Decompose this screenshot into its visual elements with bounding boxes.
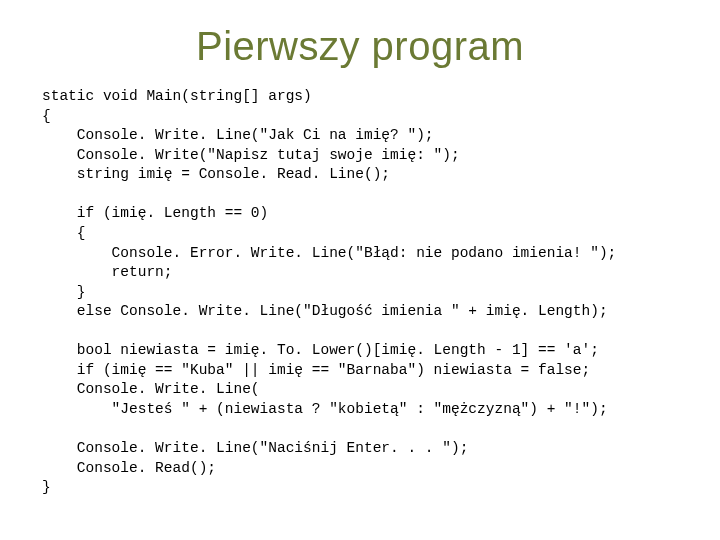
code-line: Console. Write. Line("Naciśnij Enter. . … xyxy=(42,440,468,456)
code-line: string imię = Console. Read. Line(); xyxy=(42,166,390,182)
code-line: Console. Write. Line( xyxy=(42,381,260,397)
code-line: } xyxy=(42,479,51,495)
code-line: else Console. Write. Line("Długość imien… xyxy=(42,303,608,319)
code-line: Console. Error. Write. Line("Błąd: nie p… xyxy=(42,245,616,261)
code-block: static void Main(string[] args) { Consol… xyxy=(42,87,700,498)
code-line: "Jesteś " + (niewiasta ? "kobietą" : "mę… xyxy=(42,401,608,417)
code-line: } xyxy=(42,284,86,300)
code-line: if (imię == "Kuba" || imię == "Barnaba")… xyxy=(42,362,590,378)
code-line: Console. Write("Napisz tutaj swoje imię:… xyxy=(42,147,460,163)
code-line: bool niewiasta = imię. To. Lower()[imię.… xyxy=(42,342,599,358)
code-line: { xyxy=(42,225,86,241)
slide: Pierwszy program static void Main(string… xyxy=(0,24,720,540)
code-line: Console. Write. Line("Jak Ci na imię? ")… xyxy=(42,127,434,143)
code-line: return; xyxy=(42,264,173,280)
slide-title: Pierwszy program xyxy=(0,24,720,69)
code-line: { xyxy=(42,108,51,124)
code-line: Console. Read(); xyxy=(42,460,216,476)
code-line: if (imię. Length == 0) xyxy=(42,205,268,221)
code-line: static void Main(string[] args) xyxy=(42,88,312,104)
